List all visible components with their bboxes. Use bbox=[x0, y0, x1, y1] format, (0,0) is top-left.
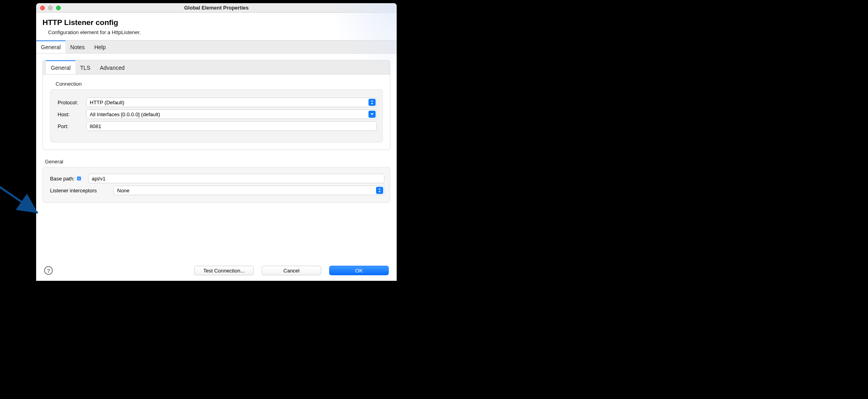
protocol-label: Protocol: bbox=[58, 100, 86, 106]
ok-button[interactable]: OK bbox=[329, 266, 389, 275]
cancel-button[interactable]: Cancel bbox=[262, 266, 321, 275]
base-path-input[interactable]: api/v1 bbox=[88, 174, 384, 183]
close-window-button[interactable] bbox=[40, 6, 45, 10]
chevron-down-icon bbox=[368, 111, 376, 118]
maximize-window-button[interactable] bbox=[56, 6, 61, 10]
general-group: Base path: i api/v1 Listener interceptor… bbox=[42, 167, 390, 203]
general-section: General Base path: i api/v1 Listener int… bbox=[42, 157, 390, 203]
base-path-label-wrap: Base path: i bbox=[50, 176, 88, 182]
page-subtitle: Configuration element for a HttpListener… bbox=[42, 27, 390, 35]
global-element-properties-dialog: Global Element Properties HTTP Listener … bbox=[36, 3, 397, 281]
updown-arrows-icon bbox=[368, 99, 376, 106]
outer-tab-bar: General Notes Help bbox=[36, 40, 397, 54]
tab-general[interactable]: General bbox=[36, 40, 66, 53]
interceptors-select[interactable]: None bbox=[114, 186, 384, 195]
host-label: Host: bbox=[58, 111, 86, 117]
port-input[interactable]: 8081 bbox=[86, 121, 377, 131]
help-icon[interactable]: ? bbox=[44, 266, 53, 275]
inner-tab-tls[interactable]: TLS bbox=[75, 60, 95, 74]
test-connection-button[interactable]: Test Connection... bbox=[194, 266, 254, 275]
interceptors-label: Listener interceptors bbox=[50, 188, 97, 194]
host-combobox[interactable]: All Interfaces [0.0.0.0] (default) bbox=[86, 109, 377, 119]
titlebar: Global Element Properties bbox=[36, 3, 397, 13]
info-icon: i bbox=[77, 176, 81, 180]
connection-group: Protocol: HTTP (Default) Host: All Inter… bbox=[50, 89, 383, 142]
general-group-label: General bbox=[42, 157, 390, 167]
base-path-label: Base path: bbox=[50, 176, 75, 182]
protocol-select[interactable]: HTTP (Default) bbox=[86, 98, 377, 107]
page-title: HTTP Listener config bbox=[42, 18, 390, 27]
port-label: Port: bbox=[58, 123, 86, 129]
tab-notes[interactable]: Notes bbox=[66, 40, 90, 53]
tab-help[interactable]: Help bbox=[89, 40, 110, 53]
connection-panel: General TLS Advanced Connection Protocol… bbox=[42, 60, 390, 150]
content-area: General TLS Advanced Connection Protocol… bbox=[36, 54, 397, 262]
window-title: Global Element Properties bbox=[36, 5, 397, 11]
connection-group-label: Connection bbox=[50, 79, 383, 89]
svg-line-0 bbox=[0, 184, 38, 213]
dialog-header: HTTP Listener config Configuration eleme… bbox=[36, 13, 397, 40]
inner-tab-advanced[interactable]: Advanced bbox=[95, 60, 129, 74]
inner-tab-bar: General TLS Advanced bbox=[43, 60, 390, 75]
minimize-window-button[interactable] bbox=[48, 6, 53, 10]
updown-arrows-icon bbox=[376, 187, 383, 194]
dialog-footer: ? Test Connection... Cancel OK bbox=[36, 262, 397, 281]
inner-tab-general[interactable]: General bbox=[46, 60, 75, 74]
